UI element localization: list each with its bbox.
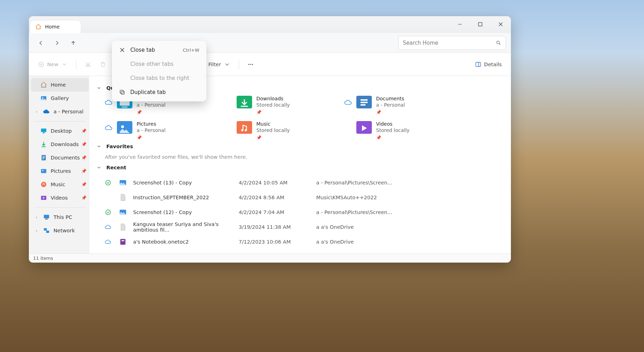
recent-item[interactable]: Screenshot (13) - Copy4/2/2024 10:05 AMa… [105, 175, 504, 190]
tab-context-menu: Close tab Ctrl+W Close other tabs Close … [112, 41, 206, 101]
folder-icon [356, 96, 372, 108]
folder-location: a - Personal [376, 102, 405, 108]
sidebar-item-thispc[interactable]: ›This PC [31, 210, 89, 224]
cloud-icon [105, 124, 113, 132]
svg-point-13 [42, 97, 43, 98]
new-button[interactable]: New [35, 58, 71, 71]
sidebar-label: a - Personal [54, 109, 83, 114]
sidebar-item-pictures[interactable]: Pictures📌 [31, 164, 89, 178]
svg-point-44 [106, 210, 111, 215]
recent-item[interactable]: Kanguva teaser Suriya and Siva's ambitio… [105, 220, 504, 234]
sidebar-item-network[interactable]: ›Network [31, 224, 89, 237]
chevron-right-icon[interactable]: › [34, 215, 39, 220]
section-favorites[interactable]: Favorites [96, 144, 504, 149]
sidebar-item-gallery[interactable]: Gallery [31, 92, 89, 105]
plus-circle-icon [38, 61, 44, 68]
up-button[interactable] [66, 36, 80, 50]
duplicate-icon [119, 89, 125, 95]
sidebar-item-home[interactable]: Home [31, 78, 89, 92]
svg-rect-47 [121, 240, 124, 241]
close-icon [119, 47, 125, 53]
quick-access-item[interactable]: Documentsa - Personal📌 [344, 96, 464, 115]
folder-icon [356, 121, 372, 134]
folder-name: Videos [376, 121, 409, 127]
quick-access-item[interactable]: Picturesa - Personal📌 [105, 121, 225, 140]
monitor-icon [43, 214, 50, 221]
chevron-right-icon[interactable]: › [34, 109, 39, 114]
sidebar-item-desktop[interactable]: Desktop📌 [31, 124, 89, 138]
maximize-button[interactable] [470, 16, 490, 32]
sidebar-item-documents[interactable]: Documents📌 [31, 151, 89, 164]
file-name: Instruction_SEPTEMBER_2022 [133, 195, 239, 200]
content-area: Quick access Desktopa - Personal📌Downloa… [89, 76, 511, 253]
pin-icon: 📌 [137, 135, 165, 140]
file-date: 4/2/2024 8:56 AM [239, 195, 316, 200]
sidebar-item-downloads[interactable]: Downloads📌 [31, 138, 89, 151]
chevron-down-icon [61, 61, 68, 68]
file-name: Screenshot (13) - Copy [133, 180, 239, 186]
home-icon [40, 81, 47, 88]
file-path: Music\KMSAuto++2022 [316, 195, 422, 200]
file-path: a a's OneDrive [316, 239, 422, 245]
cloud-icon [344, 99, 352, 106]
svg-rect-24 [44, 215, 49, 218]
svg-rect-26 [44, 228, 47, 231]
file-date: 3/19/2024 11:38 AM [239, 224, 316, 230]
svg-rect-34 [361, 102, 368, 103]
quick-access-item[interactable]: DownloadsStored locally📌 [225, 96, 344, 115]
recent-item[interactable]: a's Notebook.onetoc27/12/2023 10:06 AMa … [105, 234, 504, 249]
sidebar-item-music[interactable]: Music📌 [31, 178, 89, 191]
file-name: Screenshot (12) - Copy [133, 209, 239, 215]
sync-status-icon [105, 224, 119, 230]
quick-access-item[interactable]: MusicStored locally📌 [225, 121, 344, 140]
chevron-right-icon[interactable]: › [34, 228, 39, 233]
sidebar-label: Network [54, 228, 75, 233]
minimize-button[interactable] [450, 16, 470, 32]
sync-status-icon [105, 180, 119, 186]
file-thumb [119, 194, 127, 201]
folder-name: Downloads [256, 96, 290, 101]
recent-item[interactable]: Screenshot (12) - Copy4/2/2024 7:04 AMa … [105, 205, 504, 220]
sidebar-item-videos[interactable]: Videos📌 [31, 191, 89, 205]
file-name: Kanguva teaser Suriya and Siva's ambitio… [133, 221, 239, 233]
file-path: a - Personal\Pictures\Screen... [316, 209, 422, 215]
pin-icon: 📌 [81, 142, 87, 147]
svg-rect-17 [43, 156, 45, 157]
back-button[interactable] [34, 36, 48, 50]
forward-button[interactable] [50, 36, 64, 50]
tab-home[interactable]: Home [30, 20, 81, 33]
folder-icon [237, 121, 252, 134]
svg-rect-18 [43, 157, 45, 158]
svg-point-10 [252, 64, 253, 65]
sidebar-label: Videos [51, 195, 68, 201]
pin-icon: 📌 [81, 169, 87, 174]
trash-icon [100, 61, 106, 68]
sidebar-item-onedrive[interactable]: › a - Personal [31, 105, 89, 118]
svg-rect-48 [120, 90, 123, 93]
ctx-close-tab[interactable]: Close tab Ctrl+W [114, 43, 204, 57]
svg-rect-14 [41, 128, 46, 132]
recent-item[interactable]: Instruction_SEPTEMBER_20224/2/2024 8:56 … [105, 190, 504, 205]
file-thumb [119, 179, 127, 187]
file-path: a a's OneDrive [316, 224, 422, 230]
delete-button[interactable] [96, 58, 110, 71]
section-recent[interactable]: Recent [96, 165, 504, 170]
svg-rect-20 [41, 169, 46, 173]
svg-point-37 [121, 125, 124, 128]
quick-access-item[interactable]: VideosStored locally📌 [344, 121, 464, 140]
search-input[interactable]: Search Home [398, 36, 506, 50]
svg-point-39 [241, 129, 243, 131]
svg-point-9 [250, 64, 251, 65]
cloud-icon [105, 99, 113, 106]
file-date: 4/2/2024 7:04 AM [239, 209, 316, 215]
ctx-duplicate-tab[interactable]: Duplicate tab [114, 85, 204, 99]
details-button[interactable]: Details [471, 58, 505, 71]
recent-list: Screenshot (13) - Copy4/2/2024 10:05 AMa… [96, 175, 504, 249]
chevron-down-icon [96, 86, 101, 90]
pin-icon: 📌 [137, 110, 165, 115]
sync-status-icon [105, 239, 119, 245]
svg-rect-11 [476, 62, 481, 67]
more-button[interactable] [244, 58, 257, 71]
close-button[interactable] [490, 16, 511, 32]
cut-button[interactable] [81, 58, 95, 71]
